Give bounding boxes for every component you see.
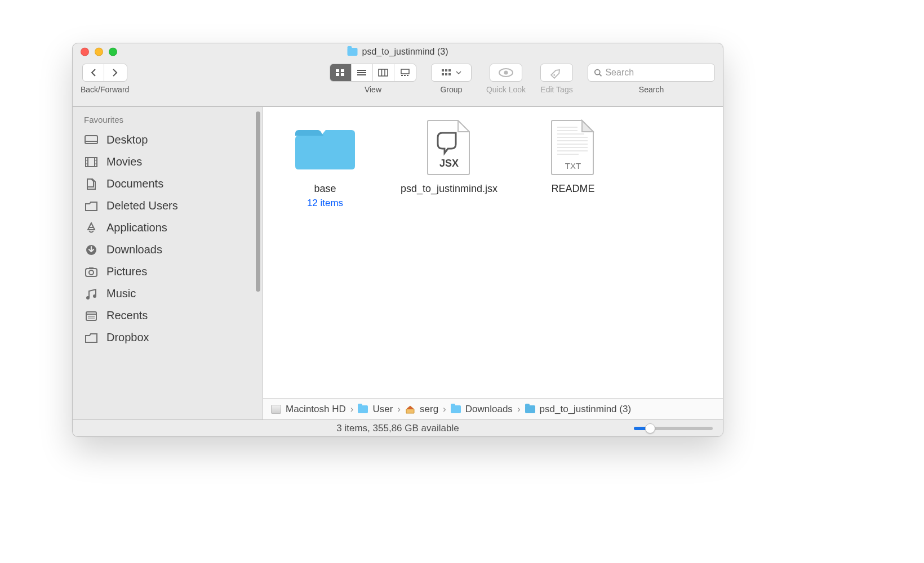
file-item-readme[interactable]: TXT README [522, 119, 624, 195]
minimize-window-button[interactable] [95, 48, 103, 56]
sidebar-item-label: Documents [106, 177, 163, 190]
quicklook-label: Quick Look [486, 85, 526, 94]
quicklook-button[interactable] [490, 64, 522, 82]
search-field[interactable] [588, 64, 715, 82]
view-list-button[interactable] [352, 64, 373, 81]
svg-rect-10 [401, 69, 409, 74]
icon-size-slider[interactable] [634, 427, 713, 430]
sidebar-item-pictures[interactable]: Pictures [77, 261, 252, 283]
sidebar-item-label: Music [106, 287, 136, 300]
path-crumb-root[interactable]: Macintosh HD [271, 404, 346, 415]
folder-icon [84, 332, 99, 344]
svg-rect-38 [89, 267, 94, 269]
path-label: User [372, 404, 393, 415]
documents-icon [84, 178, 99, 190]
sidebar-item-movies[interactable]: Movies [77, 151, 252, 173]
movies-icon [84, 156, 99, 168]
toolbar: Back/Forward View [73, 60, 723, 106]
window-title-text: psd_to_justinmind (3) [362, 47, 448, 57]
sidebar-item-label: Pictures [106, 265, 147, 278]
search-icon [594, 68, 602, 77]
sidebar-item-recents[interactable]: Recents [77, 305, 252, 327]
folder-icon [84, 200, 99, 212]
path-crumb-current[interactable]: psd_to_justinmind (3) [525, 404, 632, 415]
status-text: 3 items, 355,86 GB available [336, 423, 459, 434]
sidebar-item-deleted-users[interactable]: Deleted Users [77, 195, 252, 217]
sidebar-item-label: Recents [106, 309, 148, 322]
txt-file-icon: TXT [543, 119, 603, 176]
sidebar-item-applications[interactable]: Applications [77, 217, 252, 239]
sidebar-item-label: Deleted Users [106, 199, 178, 212]
back-forward-label: Back/Forward [81, 85, 129, 94]
search-group: Search [588, 64, 715, 94]
path-crumb-home[interactable]: serg [405, 404, 438, 415]
folder-icon [451, 405, 461, 413]
svg-text:JSX: JSX [439, 158, 459, 169]
group-button[interactable] [431, 64, 472, 82]
svg-rect-15 [445, 69, 447, 72]
scrollbar-thumb[interactable] [256, 111, 260, 292]
view-group: View [330, 64, 416, 94]
view-label: View [365, 85, 381, 94]
folder-icon [358, 405, 368, 413]
home-icon [405, 405, 415, 414]
quicklook-group: Quick Look [486, 64, 526, 94]
sidebar-item-music[interactable]: Music [77, 283, 252, 305]
group-label: Group [440, 85, 462, 94]
close-window-button[interactable] [81, 48, 89, 56]
view-gallery-button[interactable] [394, 64, 416, 81]
svg-rect-18 [445, 73, 447, 75]
path-crumb-downloads[interactable]: Downloads [451, 404, 513, 415]
sidebar: Favourites Desktop Movies Documents Dele… [73, 107, 263, 419]
pictures-icon [84, 266, 99, 278]
sidebar-item-documents[interactable]: Documents [77, 173, 252, 195]
path-label: psd_to_justinmind (3) [540, 404, 632, 415]
folder-icon [525, 405, 535, 413]
finder-window: psd_to_justinmind (3) Back/Forward [72, 43, 723, 437]
folder-icon [348, 48, 358, 56]
svg-rect-19 [448, 73, 451, 75]
svg-point-23 [595, 70, 600, 75]
forward-button[interactable] [104, 64, 126, 81]
file-item-jsx[interactable]: JSX psd_to_justinmind.jsx [398, 119, 500, 195]
svg-point-37 [89, 270, 94, 275]
svg-rect-17 [442, 73, 444, 75]
slider-knob[interactable] [645, 423, 655, 434]
file-item-base[interactable]: base 12 items [274, 119, 376, 209]
svg-text:TXT: TXT [565, 161, 581, 171]
search-input[interactable] [605, 68, 709, 78]
sidebar-item-label: Movies [106, 155, 142, 168]
sidebar-item-downloads[interactable]: Downloads [77, 239, 252, 261]
svg-rect-3 [341, 73, 344, 76]
svg-rect-0 [336, 69, 339, 72]
svg-rect-1 [341, 69, 344, 72]
view-columns-button[interactable] [373, 64, 394, 81]
sidebar-item-dropbox[interactable]: Dropbox [77, 327, 252, 348]
back-button[interactable] [83, 64, 104, 81]
hard-drive-icon [271, 405, 281, 414]
sidebar-section-favourites: Favourites [77, 113, 263, 129]
window-title: psd_to_justinmind (3) [348, 47, 448, 57]
path-bar: Macintosh HD › User › serg › Downloads › [263, 398, 723, 419]
desktop-icon [84, 134, 99, 146]
path-label: Macintosh HD [286, 404, 346, 415]
path-label: serg [420, 404, 438, 415]
svg-rect-11 [401, 75, 403, 76]
edit-tags-button[interactable] [540, 64, 573, 82]
view-icons-button[interactable] [330, 64, 352, 81]
folder-icon [295, 119, 355, 176]
svg-rect-2 [336, 73, 339, 76]
titlebar: psd_to_justinmind (3) [73, 43, 723, 60]
applications-icon [84, 222, 99, 234]
sidebar-item-label: Dropbox [106, 331, 149, 344]
path-crumb-users[interactable]: User [358, 404, 393, 415]
status-bar: 3 items, 355,86 GB available [73, 419, 723, 436]
svg-rect-13 [407, 75, 408, 76]
sidebar-item-desktop[interactable]: Desktop [77, 129, 252, 151]
svg-rect-14 [442, 69, 444, 72]
zoom-window-button[interactable] [109, 48, 117, 56]
tags-label: Edit Tags [540, 85, 572, 94]
file-name: psd_to_justinmind.jsx [401, 182, 497, 195]
svg-rect-16 [448, 69, 451, 72]
svg-point-40 [93, 294, 96, 298]
